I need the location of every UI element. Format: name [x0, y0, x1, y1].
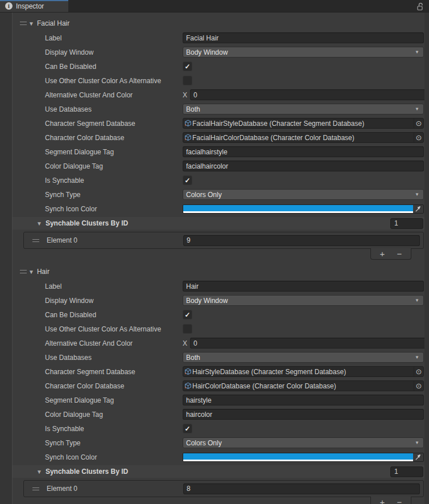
property-label: Color Dialogue Tag [13, 411, 183, 419]
is-synchable-checkbox[interactable]: ✓ [183, 175, 192, 185]
remove-element-button[interactable]: − [391, 497, 408, 504]
property-row-synch-type: Synch Type Colors Only ▼ [13, 187, 424, 202]
component-title: Hair [37, 268, 50, 276]
element-drag-handle-icon[interactable] [32, 239, 39, 242]
property-label: Is Synchable [13, 425, 183, 433]
property-label: Synch Type [13, 191, 183, 199]
component-header[interactable]: ▼ Facial Hair [13, 16, 424, 31]
property-row-can-be-disabled: Can Be Disabled ✓ [13, 308, 424, 322]
segment-tag-input[interactable] [183, 146, 424, 157]
use-other-cluster-checkbox[interactable] [183, 324, 192, 334]
dropdown-value: Colors Only [186, 191, 222, 199]
element-drag-handle-icon[interactable] [32, 487, 39, 490]
chevron-down-icon: ▼ [415, 106, 420, 112]
property-row-segment-database: Character Segment Database HairStyleData… [13, 364, 424, 379]
property-row-color-tag: Color Dialogue Tag [13, 159, 424, 173]
tab-bar: i Inspector [0, 0, 429, 13]
x-axis-label: X [183, 339, 187, 347]
synch-type-dropdown[interactable]: Colors Only ▼ [183, 437, 424, 448]
remove-element-button[interactable]: − [391, 249, 408, 259]
synch-type-dropdown[interactable]: Colors Only ▼ [183, 189, 424, 200]
chevron-down-icon: ▼ [415, 192, 420, 197]
synchable-clusters-list-header[interactable]: ▼ Synchable Clusters By ID 1 [13, 465, 424, 478]
label-input[interactable] [183, 281, 424, 292]
property-label: Display Window [13, 297, 183, 305]
eyedropper-icon[interactable] [413, 205, 423, 213]
inspector-window: i Inspector ▼ Facial Hair Label [0, 0, 429, 504]
list-footer: + − [370, 248, 411, 260]
color-swatch-alpha [183, 211, 413, 213]
add-element-button[interactable]: + [374, 497, 391, 504]
color-swatch[interactable] [183, 453, 424, 462]
tab-active-highlight [0, 0, 68, 1]
property-row-synch-icon-color: Synch Icon Color [13, 202, 424, 216]
use-databases-dropdown[interactable]: Both ▼ [183, 104, 424, 114]
eyedropper-icon[interactable] [413, 453, 423, 461]
property-label: Character Segment Database [13, 120, 183, 128]
color-tag-input[interactable] [183, 161, 424, 171]
is-synchable-checkbox[interactable]: ✓ [183, 424, 192, 433]
property-row-segment-tag: Segment Dialogue Tag [13, 393, 424, 407]
add-element-button[interactable]: + [374, 249, 391, 259]
property-row-display-window: Display Window Body Window ▼ [13, 45, 424, 59]
property-row-use-other-cluster: Use Other Cluster Color As Alternative [13, 73, 424, 88]
property-label: Synch Icon Color [13, 453, 183, 461]
property-label: Can Be Disabled [13, 311, 183, 319]
segment-database-object-field[interactable]: FacialHairStyleDatabase (Character Segme… [183, 118, 424, 129]
object-picker-icon[interactable]: ⊙ [414, 118, 423, 128]
display-window-dropdown[interactable]: Body Window ▼ [183, 295, 424, 306]
list-body: Element 0 [23, 480, 424, 497]
tab-inspector[interactable]: i Inspector [0, 0, 68, 12]
property-label: Color Dialogue Tag [13, 162, 183, 170]
label-input[interactable] [183, 32, 424, 43]
display-window-dropdown[interactable]: Body Window ▼ [183, 47, 424, 58]
property-row-synch-icon-color: Synch Icon Color [13, 450, 424, 464]
property-row-alternative-cluster: Alternative Cluster And Color X Y [13, 88, 424, 102]
property-label: Segment Dialogue Tag [13, 148, 183, 156]
x-value-input[interactable] [190, 338, 424, 349]
object-picker-icon[interactable]: ⊙ [414, 367, 423, 376]
inspector-right-margin [424, 13, 429, 504]
can-be-disabled-checkbox[interactable]: ✓ [183, 310, 192, 319]
drag-handle-icon[interactable] [20, 270, 27, 273]
use-other-cluster-checkbox[interactable] [183, 76, 192, 85]
synchable-clusters-list-header[interactable]: ▼ Synchable Clusters By ID 1 [13, 217, 424, 230]
element-value-input[interactable] [183, 235, 420, 246]
property-row-color-database: Character Color Database HairColorDataba… [13, 379, 424, 393]
drag-handle-icon[interactable] [20, 22, 27, 25]
property-label: Use Other Cluster Color As Alternative [13, 77, 183, 85]
object-field-value: FacialHairColorDatabase (Character Color… [192, 134, 414, 142]
x-value-input[interactable] [190, 89, 424, 100]
object-picker-icon[interactable]: ⊙ [414, 381, 423, 391]
foldout-arrow-icon[interactable]: ▼ [36, 469, 42, 475]
color-database-object-field[interactable]: HairColorDatabase (Character Color Datab… [183, 380, 424, 391]
foldout-arrow-icon[interactable]: ▼ [28, 269, 34, 275]
unlock-icon[interactable] [416, 2, 424, 13]
tab-label: Inspector [16, 2, 44, 10]
foldout-arrow-icon[interactable]: ▼ [36, 220, 42, 227]
property-label: Display Window [13, 48, 183, 56]
property-row-display-window: Display Window Body Window ▼ [13, 293, 424, 308]
property-row-label: Label [13, 31, 424, 45]
segment-tag-input[interactable] [183, 395, 424, 405]
object-picker-icon[interactable]: ⊙ [414, 133, 423, 142]
list-size-field[interactable]: 1 [390, 218, 423, 229]
chevron-down-icon: ▼ [415, 298, 420, 303]
color-swatch[interactable] [183, 204, 424, 214]
color-database-object-field[interactable]: FacialHairColorDatabase (Character Color… [183, 132, 424, 143]
list-title: Synchable Clusters By ID [46, 468, 390, 476]
can-be-disabled-checkbox[interactable]: ✓ [183, 62, 192, 71]
list-size-field[interactable]: 1 [390, 466, 423, 477]
property-row-is-synchable: Is Synchable ✓ [13, 421, 424, 436]
property-label: Label [13, 34, 183, 42]
color-tag-input[interactable] [183, 409, 424, 420]
scriptable-object-icon [184, 134, 192, 141]
element-value-input[interactable] [183, 483, 420, 494]
property-row-alternative-cluster: Alternative Cluster And Color X Y [13, 336, 424, 350]
use-databases-dropdown[interactable]: Both ▼ [183, 352, 424, 363]
component-header[interactable]: ▼ Hair [13, 264, 424, 279]
dropdown-value: Body Window [186, 297, 228, 305]
segment-database-object-field[interactable]: HairStyleDatabase (Character Segment Dat… [183, 366, 424, 377]
foldout-arrow-icon[interactable]: ▼ [28, 21, 34, 27]
list-footer: + − [370, 497, 411, 504]
